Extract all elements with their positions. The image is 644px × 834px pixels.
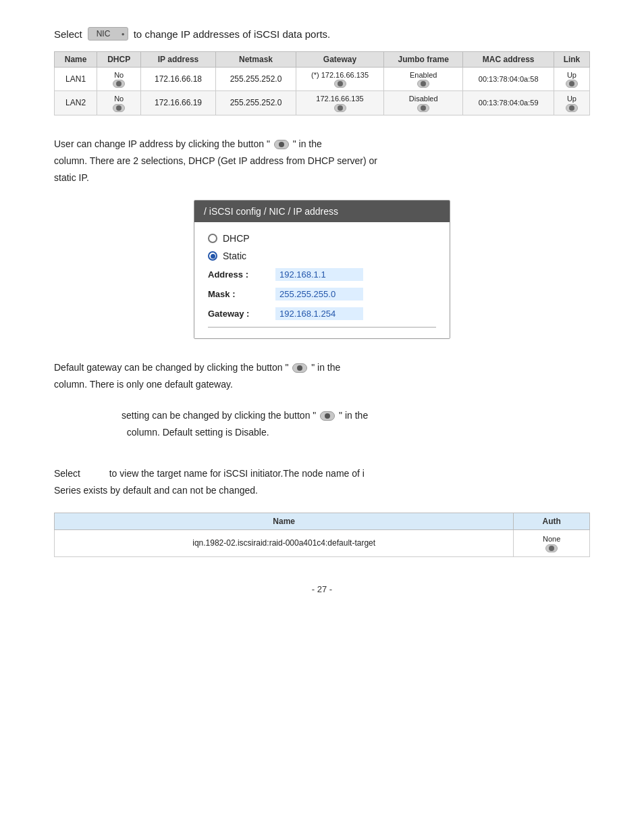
gateway-description: Default gateway can be changed by clicki… — [54, 359, 590, 393]
toggle-dot — [325, 413, 330, 419]
lan1-link[interactable]: Up — [554, 68, 589, 91]
config-dialog: / iSCSI config / NIC / IP address DHCP S… — [194, 200, 450, 339]
target-name: iqn.1982-02.iscsiraid:raid-000a401c4:def… — [55, 530, 514, 556]
gateway-desc-text1: Default gateway can be changed by clicki… — [54, 362, 288, 373]
target-row: iqn.1982-02.iscsiraid:raid-000a401c4:def… — [55, 530, 590, 556]
config-dialog-title: / iSCSI config / NIC / IP address — [194, 201, 450, 222]
col-name: Name — [55, 52, 97, 68]
lan1-netmask: 255.255.252.0 — [215, 68, 296, 91]
toggle-dot — [338, 105, 343, 111]
col-jumbo: Jumbo frame — [383, 52, 463, 68]
lan2-name: LAN2 — [55, 91, 97, 115]
dhcp-description: User can change IP address by clicking t… — [54, 136, 590, 187]
section1-description: to change IP addresses of iSCSI data por… — [134, 28, 331, 40]
target-col-name: Name — [55, 513, 514, 530]
lan1-gateway-toggle[interactable] — [334, 80, 346, 88]
section2-desc2: Series exists by default and can not be … — [54, 485, 258, 496]
dhcp-radio[interactable] — [208, 234, 217, 243]
table-row: LAN2 No 172.16.66.19 255.255.252.0 172.1… — [55, 91, 590, 115]
lan2-dhcp[interactable]: No — [97, 91, 141, 115]
address-label: Address : — [208, 269, 275, 280]
dhcp-desc-text3: column. There are 2 selections, DHCP (Ge… — [54, 155, 377, 166]
target-col-auth: Auth — [514, 513, 590, 530]
dhcp-desc-text4: static IP. — [54, 172, 89, 183]
static-radio[interactable] — [208, 251, 217, 261]
jumbo-description: setting can be changed by clicking the b… — [122, 407, 590, 441]
lan1-name: LAN1 — [55, 68, 97, 91]
col-gateway: Gateway — [296, 52, 384, 68]
col-ip: IP address — [141, 52, 216, 68]
toggle-dot — [549, 546, 554, 551]
config-divider — [208, 327, 436, 328]
toggle-dot — [569, 81, 574, 86]
config-dialog-body: DHCP Static Address : 192.168.1.1 Mask :… — [194, 222, 450, 338]
col-link: Link — [554, 52, 589, 68]
gateway-inline-toggle[interactable] — [292, 363, 307, 373]
select-label: Select — [54, 28, 82, 40]
gateway-desc-text2: " in the — [311, 362, 340, 373]
toggle-dot — [116, 105, 122, 111]
lan1-jumbo-toggle[interactable] — [417, 80, 429, 88]
toggle-dot — [569, 105, 574, 111]
col-dhcp: DHCP — [97, 52, 141, 68]
dhcp-radio-row[interactable]: DHCP — [208, 233, 436, 244]
dhcp-desc-text1: User can change IP address by clicking t… — [54, 138, 270, 149]
lan2-link-toggle[interactable] — [566, 104, 578, 112]
section2-desc1: to view the target name for iSCSI initia… — [109, 468, 365, 479]
lan1-dhcp[interactable]: No — [97, 68, 141, 91]
lan2-dhcp-toggle[interactable] — [113, 104, 125, 112]
gateway-field-row: Gateway : 192.168.1.254 — [208, 307, 436, 320]
section2-description: Select to view the target name for iSCSI… — [54, 465, 590, 499]
gateway-label: Gateway : — [208, 309, 275, 319]
nic-button[interactable]: NIC — [88, 27, 128, 41]
jumbo-inline-toggle[interactable] — [320, 411, 335, 421]
toggle-dot — [421, 81, 426, 86]
page-number: - 27 - — [54, 584, 590, 594]
lan1-ip: 172.16.66.18 — [141, 68, 216, 91]
col-netmask: Netmask — [215, 52, 296, 68]
dhcp-radio-label: DHCP — [223, 233, 250, 244]
jumbo-desc-text1: setting can be changed by clicking the b… — [122, 410, 316, 421]
mask-value[interactable]: 255.255.255.0 — [275, 288, 363, 301]
lan2-gateway[interactable]: 172.16.66.135 — [296, 91, 384, 115]
dhcp-desc-text2: " in the — [293, 138, 322, 149]
jumbo-desc-text3: column. Default setting is Disable. — [127, 427, 269, 438]
target-auth[interactable]: None — [514, 530, 590, 556]
address-field-row: Address : 192.168.1.1 — [208, 268, 436, 281]
lan2-netmask: 255.255.252.0 — [215, 91, 296, 115]
gateway-desc-text3: column. There is only one default gatewa… — [54, 379, 233, 390]
toggle-dot — [421, 105, 426, 111]
static-radio-row[interactable]: Static — [208, 251, 436, 261]
col-mac: MAC address — [463, 52, 554, 68]
lan1-jumbo[interactable]: Enabled — [383, 68, 463, 91]
toggle-dot — [338, 81, 343, 86]
nic-table: Name DHCP IP address Netmask Gateway Jum… — [54, 51, 590, 115]
toggle-dot — [297, 365, 302, 371]
lan2-mac: 00:13:78:04:0a:59 — [463, 91, 554, 115]
address-value[interactable]: 192.168.1.1 — [275, 268, 363, 281]
lan1-mac: 00:13:78:04:0a:58 — [463, 68, 554, 91]
lan2-jumbo[interactable]: Disabled — [383, 91, 463, 115]
lan2-gateway-toggle[interactable] — [334, 104, 346, 112]
jumbo-desc-text2: " in the — [339, 410, 368, 421]
page-content: Select NIC to change IP addresses of iSC… — [54, 27, 590, 594]
lan1-link-toggle[interactable] — [566, 80, 578, 88]
toggle-dot — [279, 142, 284, 147]
target-table: Name Auth iqn.1982-02.iscsiraid:raid-000… — [54, 513, 590, 556]
static-radio-label: Static — [223, 251, 246, 261]
mask-label: Mask : — [208, 289, 275, 299]
lan2-jumbo-toggle[interactable] — [417, 104, 429, 112]
section1-header: Select NIC to change IP addresses of iSC… — [54, 27, 590, 41]
lan1-dhcp-toggle[interactable] — [113, 80, 125, 88]
target-auth-toggle[interactable] — [545, 544, 558, 552]
toggle-dot — [116, 81, 122, 86]
table-row: LAN1 No 172.16.66.18 255.255.252.0 (*) 1… — [55, 68, 590, 91]
section2-select-label: Select — [54, 468, 80, 479]
mask-field-row: Mask : 255.255.255.0 — [208, 288, 436, 301]
lan2-link[interactable]: Up — [554, 91, 589, 115]
lan2-ip: 172.16.66.19 — [141, 91, 216, 115]
lan1-gateway[interactable]: (*) 172.16.66.135 — [296, 68, 384, 91]
gateway-value[interactable]: 192.168.1.254 — [275, 307, 363, 320]
dhcp-inline-toggle[interactable] — [274, 140, 289, 149]
